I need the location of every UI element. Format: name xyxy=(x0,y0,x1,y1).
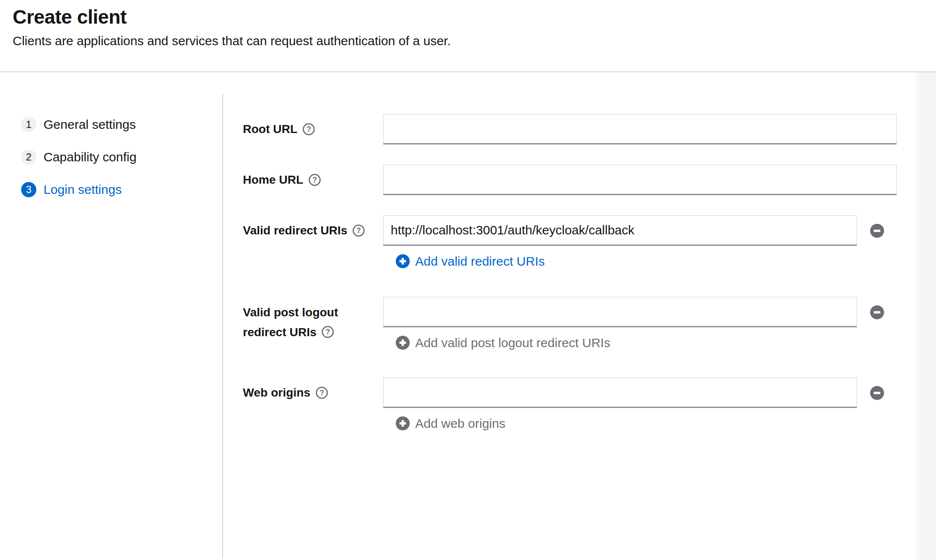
plus-circle-icon xyxy=(396,254,410,268)
step-label: General settings xyxy=(44,117,136,132)
home-url-label: Home URL ? xyxy=(243,165,383,195)
svg-text:?: ? xyxy=(313,176,317,184)
wizard-step-general-settings[interactable]: 1 General settings xyxy=(21,117,136,132)
step-number-badge: 1 xyxy=(21,117,36,132)
right-edge-shade xyxy=(912,0,936,560)
web-origins-label: Web origins ? xyxy=(243,378,383,408)
form-group-web-origins: Web origins ? Add web origins xyxy=(243,378,897,431)
minus-circle-icon xyxy=(870,224,884,238)
root-url-label: Root URL ? xyxy=(243,114,383,144)
page-subtitle: Clients are applications and services th… xyxy=(13,33,936,49)
valid-redirect-uris-label: Valid redirect URIs ? xyxy=(243,215,383,246)
home-url-input[interactable] xyxy=(383,165,897,195)
add-valid-redirect-uris-button[interactable]: Add valid redirect URIs xyxy=(396,253,545,269)
valid-redirect-uri-input-row xyxy=(383,215,897,246)
page-header: Create client Clients are applications a… xyxy=(0,0,936,72)
web-origins-input-row xyxy=(383,378,897,408)
form-group-valid-redirect-uris: Valid redirect URIs ? Add valid redirect… xyxy=(243,215,897,269)
svg-text:?: ? xyxy=(326,328,330,336)
post-logout-redirect-uris-label: Valid post logout redirect URIs ? xyxy=(243,297,383,327)
step-label: Login settings xyxy=(44,182,122,197)
form-group-home-url: Home URL ? xyxy=(243,165,897,195)
form-group-post-logout-redirect-uris: Valid post logout redirect URIs ? Add va… xyxy=(243,297,897,351)
svg-text:?: ? xyxy=(356,226,361,235)
home-url-input-row xyxy=(383,165,897,195)
plus-circle-icon xyxy=(396,416,410,430)
login-settings-form: Root URL ? Home URL ? Valid redirect URI… xyxy=(243,114,897,431)
question-circle-icon[interactable]: ? xyxy=(302,123,315,136)
plus-circle-icon xyxy=(396,336,410,350)
remove-post-logout-uri-button[interactable] xyxy=(870,305,884,319)
question-circle-icon[interactable]: ? xyxy=(321,326,334,338)
add-web-origins-button[interactable]: Add web origins xyxy=(396,416,505,431)
step-number-badge: 3 xyxy=(21,182,36,197)
remove-web-origin-button[interactable] xyxy=(870,386,884,400)
minus-circle-icon xyxy=(870,305,884,319)
valid-redirect-uri-input[interactable] xyxy=(383,215,857,246)
wizard-step-login-settings[interactable]: 3 Login settings xyxy=(21,182,136,197)
wizard-step-capability-config[interactable]: 2 Capability config xyxy=(21,150,136,165)
nav-form-divider xyxy=(222,94,223,559)
page-title: Create client xyxy=(13,6,936,28)
step-number-badge: 2 xyxy=(21,150,36,165)
add-post-logout-redirect-uris-button[interactable]: Add valid post logout redirect URIs xyxy=(396,335,610,351)
svg-text:?: ? xyxy=(307,125,311,133)
question-circle-icon[interactable]: ? xyxy=(308,174,321,186)
question-circle-icon[interactable]: ? xyxy=(316,386,328,399)
form-group-root-url: Root URL ? xyxy=(243,114,897,144)
remove-redirect-uri-button[interactable] xyxy=(870,224,884,238)
question-circle-icon[interactable]: ? xyxy=(352,224,365,237)
post-logout-redirect-uri-input-row xyxy=(383,297,897,327)
root-url-input[interactable] xyxy=(383,114,897,144)
svg-text:?: ? xyxy=(319,389,324,397)
root-url-input-row xyxy=(383,114,897,144)
web-origins-input[interactable] xyxy=(383,378,857,408)
minus-circle-icon xyxy=(870,386,884,400)
post-logout-redirect-uri-input[interactable] xyxy=(383,297,857,327)
wizard-nav: 1 General settings 2 Capability config 3… xyxy=(21,117,136,197)
step-label: Capability config xyxy=(44,150,136,164)
